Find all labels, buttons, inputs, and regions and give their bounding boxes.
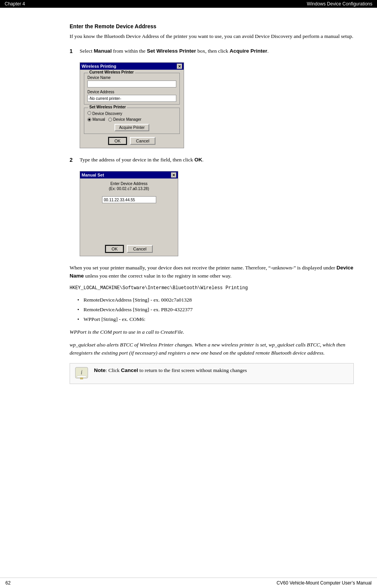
radio-row: Manual Device Manager bbox=[87, 117, 176, 122]
note-label: Note bbox=[94, 367, 106, 373]
device-manager-radio[interactable] bbox=[108, 118, 112, 122]
body-para-1-text: When you set your printer manually, your… bbox=[70, 265, 336, 271]
manual-radio-label: Manual bbox=[92, 117, 105, 122]
manual-dialog-titlebar: Manual Set ✕ bbox=[80, 171, 178, 178]
manual-dialog-title: Manual Set bbox=[82, 173, 104, 177]
note-cancel-bold: Cancel bbox=[121, 367, 138, 373]
wireless-dialog-body: Current Wireless Printer Device Name Dev… bbox=[80, 70, 184, 148]
manual-dialog-button-row: OK Cancel bbox=[84, 245, 174, 253]
acquire-printer-button[interactable]: Acquire Printer bbox=[114, 124, 149, 131]
footer-page-number: 62 bbox=[5, 580, 10, 586]
manual-radio[interactable] bbox=[87, 118, 91, 122]
step-1-bold-3: Acquire Printer bbox=[230, 48, 268, 54]
svg-text:i: i bbox=[81, 369, 82, 375]
svg-rect-3 bbox=[80, 377, 83, 379]
step-2-number: 2 bbox=[70, 156, 80, 164]
dialog-spacer bbox=[84, 203, 174, 242]
wpport-italic: WPPort bbox=[70, 329, 87, 335]
address-example-label: (Ex: 00.02.c7.a0.13.28) bbox=[84, 187, 174, 191]
manual-set-dialog-container: Manual Set ✕ Enter Device Address (Ex: 0… bbox=[80, 171, 354, 256]
bullet-item-2: RemoteDeviceAddress [String] - ex. PB20-… bbox=[77, 306, 354, 314]
chapter-title: Windows Device Configurations bbox=[307, 1, 372, 7]
note-text: Note: Click Cancel to return to the firs… bbox=[94, 367, 247, 375]
manual-set-dialog: Manual Set ✕ Enter Device Address (Ex: 0… bbox=[80, 171, 178, 256]
wireless-dialog-titlebar: Wireless Printing ✕ bbox=[80, 63, 184, 70]
note-end-text: to return to the first screen without ma… bbox=[138, 367, 247, 373]
manual-dialog-close-button[interactable]: ✕ bbox=[171, 172, 176, 178]
main-content: Enter the Remote Device Address If you k… bbox=[0, 8, 377, 399]
step-1-bold-1: Manual bbox=[94, 48, 112, 54]
device-address-value: -No current printer- bbox=[87, 95, 176, 102]
body-para-1-end: unless you enter the correct value in to… bbox=[84, 273, 232, 279]
header-bar: Chapter 4 Windows Device Configurations bbox=[0, 0, 377, 8]
note-svg-icon: i bbox=[75, 367, 89, 381]
manual-radio-item[interactable]: Manual bbox=[87, 117, 105, 122]
set-printer-group: Set Wireless Printer Device Discovery Ma… bbox=[84, 108, 180, 134]
address-input[interactable] bbox=[102, 196, 156, 203]
enter-address-label: Enter Device Address bbox=[84, 182, 174, 186]
wireless-printing-dialog-container: Wireless Printing ✕ Current Wireless Pri… bbox=[80, 62, 354, 148]
wireless-dialog-close-button[interactable]: ✕ bbox=[177, 63, 182, 69]
italic-para-1: WPPort is the COM port to use in a call … bbox=[70, 328, 354, 336]
bullet-item-1: RemoteDeviceAddress [String] - ex. 0002c… bbox=[77, 296, 354, 304]
device-name-label: Device Name bbox=[87, 75, 176, 80]
body-para-1: When you set your printer manually, your… bbox=[70, 264, 354, 280]
step-1-text: Select Manual from within the Set Wirele… bbox=[80, 47, 354, 55]
wireless-printing-dialog: Wireless Printing ✕ Current Wireless Pri… bbox=[80, 62, 184, 148]
note-colon: : Click bbox=[106, 367, 121, 373]
wpquickset-rest-1: also alerts BTCC of Wireless Printer cha… bbox=[96, 342, 269, 348]
wireless-cancel-button[interactable]: Cancel bbox=[130, 137, 155, 145]
bullet-item-3: WPPort [String] - ex. COM6: bbox=[77, 315, 354, 324]
chapter-label: Chapter 4 bbox=[5, 1, 25, 7]
footer-manual-title: CV60 Vehicle-Mount Computer User’s Manua… bbox=[276, 580, 372, 586]
wireless-dialog-title: Wireless Printing bbox=[82, 64, 116, 69]
device-manager-radio-label: Device Manager bbox=[113, 117, 142, 122]
wpquickset-italic-1: wp_quickset bbox=[70, 342, 96, 348]
step-2: 2 Type the address of your device in the… bbox=[70, 156, 354, 164]
current-printer-group-label: Current Wireless Printer bbox=[88, 70, 135, 74]
device-address-label: Device Address bbox=[87, 90, 176, 94]
step-2-text: Type the address of your device in the f… bbox=[80, 156, 354, 164]
device-discovery-label: Device Discovery bbox=[92, 111, 122, 116]
step-1-bold-2: Set Wireless Printer bbox=[147, 48, 196, 54]
current-printer-group: Current Wireless Printer Device Name Dev… bbox=[84, 73, 180, 105]
device-discovery-row: Device Discovery bbox=[87, 111, 176, 116]
step-2-bold-ok: OK bbox=[194, 157, 202, 163]
step-1-number: 1 bbox=[70, 47, 80, 55]
intro-text: If you know the Bluetooth Device Address… bbox=[70, 33, 354, 40]
italic-para-2: wp_quickset also alerts BTCC of Wireless… bbox=[70, 341, 354, 357]
manual-dialog-body: Enter Device Address (Ex: 00.02.c7.a0.13… bbox=[80, 178, 178, 256]
device-name-field bbox=[87, 81, 176, 87]
wireless-dialog-button-row: OK Cancel bbox=[84, 137, 180, 145]
section-heading: Enter the Remote Device Address bbox=[70, 23, 354, 29]
note-box: i Note: Click Cancel to return to the fi… bbox=[70, 363, 354, 384]
note-icon: i bbox=[75, 367, 89, 381]
manual-ok-button[interactable]: OK bbox=[105, 245, 124, 253]
wpquickset-italic-2: wp_quickset bbox=[269, 342, 295, 348]
device-manager-radio-item[interactable]: Device Manager bbox=[108, 117, 142, 122]
manual-cancel-button[interactable]: Cancel bbox=[127, 245, 152, 253]
registry-code-block: HKEY_LOCAL_MACHINE\Software\Intermec\Blu… bbox=[70, 285, 354, 291]
wpport-rest: is the COM port to use in a call to Crea… bbox=[87, 329, 184, 335]
svg-rect-1 bbox=[77, 376, 86, 377]
bullet-list: RemoteDeviceAddress [String] - ex. 0002c… bbox=[77, 296, 354, 324]
step-1: 1 Select Manual from within the Set Wire… bbox=[70, 47, 354, 55]
footer: 62 CV60 Vehicle-Mount Computer User’s Ma… bbox=[0, 578, 377, 588]
wireless-ok-button[interactable]: OK bbox=[108, 137, 127, 145]
set-printer-group-label: Set Wireless Printer bbox=[88, 105, 127, 109]
device-discovery-radio[interactable] bbox=[87, 111, 91, 115]
